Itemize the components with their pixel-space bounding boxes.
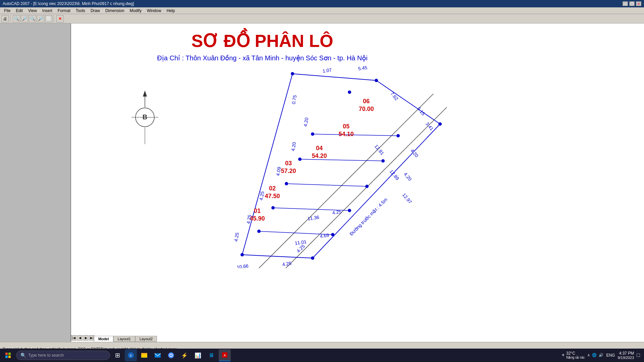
- menu-window[interactable]: Window: [144, 7, 164, 14]
- svg-text:A: A: [224, 354, 226, 357]
- svg-point-35: [438, 122, 442, 126]
- svg-text:4.25: 4.25: [282, 260, 292, 267]
- svg-line-19: [313, 134, 398, 136]
- menu-draw[interactable]: Draw: [88, 7, 103, 14]
- svg-text:4.20: 4.20: [290, 141, 297, 152]
- weather-widget[interactable]: ☀ 32°C Nắng rải rác: [561, 351, 585, 360]
- svg-line-18: [300, 159, 383, 161]
- tray-network[interactable]: 🌐: [592, 353, 597, 357]
- toolbar-btn-1[interactable]: 🖨: [1, 15, 9, 22]
- svg-point-40: [331, 233, 334, 236]
- svg-text:12.97: 12.97: [401, 192, 413, 204]
- toolbar-separator-1: [10, 15, 11, 22]
- nav-arrows: |◀ ◀ ▶ ▶|: [71, 335, 95, 341]
- svg-text:Đường trước mặt : 4.5m: Đường trước mặt : 4.5m: [348, 197, 388, 237]
- search-icon: 🔍: [20, 353, 26, 358]
- svg-text:0.75: 0.75: [291, 95, 298, 105]
- svg-text:4.20: 4.20: [410, 148, 420, 158]
- svg-line-8: [259, 94, 433, 268]
- svg-text:12.81: 12.81: [373, 143, 385, 156]
- svg-line-12: [242, 255, 313, 258]
- svg-text:4.69: 4.69: [320, 232, 329, 239]
- svg-text:Địa Chỉ : Thôn Xuân Đồng - xã : Địa Chỉ : Thôn Xuân Đồng - xã Tân Minh -…: [157, 54, 367, 62]
- toolbar-btn-close[interactable]: ✕: [56, 15, 64, 22]
- start-button[interactable]: [1, 349, 15, 362]
- toolbar-btn-4[interactable]: 🔍: [29, 15, 36, 22]
- menu-dimension[interactable]: Dimension: [103, 7, 127, 14]
- taskbar-autocad[interactable]: A: [219, 349, 231, 361]
- taskbar-app2[interactable]: 📊: [192, 349, 204, 361]
- nav-prev[interactable]: ◀: [77, 335, 83, 341]
- svg-point-80: [170, 354, 172, 356]
- title-bar-text: AutoCAD 2007 - [E:\cong viec 2023\2023\6…: [3, 1, 134, 6]
- svg-text:54.10: 54.10: [338, 131, 354, 137]
- taskbar-chrome[interactable]: [165, 349, 177, 361]
- svg-text:4.20: 4.20: [403, 171, 413, 182]
- taskbar-search[interactable]: 🔍 Type here to search: [16, 351, 110, 360]
- toolbar-btn-6[interactable]: ⬜: [45, 15, 52, 22]
- svg-text:54.20: 54.20: [312, 153, 327, 159]
- toolbar-btn-3[interactable]: 🔎: [21, 15, 28, 22]
- nav-next[interactable]: ▶: [83, 335, 89, 341]
- svg-line-11: [376, 80, 440, 124]
- notification-button[interactable]: □: [637, 352, 640, 358]
- menu-file[interactable]: File: [1, 7, 13, 14]
- tray-volume[interactable]: 🔊: [599, 353, 603, 357]
- svg-text:02: 02: [269, 185, 276, 192]
- svg-point-36: [396, 134, 400, 137]
- toolbar-btn-5[interactable]: 🔎: [37, 15, 44, 22]
- tray-expand[interactable]: ∧: [587, 353, 590, 357]
- drawing-canvas: SƠ ĐỒ PHÂN LÔ Địa Chỉ : Thôn Xuân Đồng -…: [78, 27, 447, 268]
- taskbar: 🔍 Type here to search ⊞ e ⚡ 📊 🖥: [0, 349, 644, 362]
- svg-line-17: [286, 184, 367, 186]
- task-view-button[interactable]: ⊞: [111, 349, 123, 361]
- menu-view[interactable]: View: [25, 7, 40, 14]
- svg-text:4.25: 4.25: [258, 191, 265, 201]
- clock[interactable]: 4:37 PM 9/19/2023: [618, 351, 634, 360]
- svg-rect-76: [141, 354, 147, 358]
- taskbar-explorer[interactable]: [138, 349, 150, 361]
- svg-text:7.62: 7.62: [389, 91, 399, 101]
- minimize-button[interactable]: —: [623, 1, 628, 6]
- close-button[interactable]: ✕: [636, 1, 641, 6]
- svg-text:SƠ ĐỒ PHÂN LÔ: SƠ ĐỒ PHÂN LÔ: [191, 28, 333, 51]
- svg-text:e: e: [130, 354, 132, 357]
- tab-layout1[interactable]: Layout1: [113, 336, 135, 342]
- svg-text:47.50: 47.50: [265, 193, 280, 199]
- svg-line-10: [292, 74, 376, 80]
- tab-layout2[interactable]: Layout2: [135, 336, 157, 342]
- svg-text:3.41: 3.41: [425, 121, 435, 131]
- taskbar-app1[interactable]: ⚡: [178, 349, 191, 361]
- svg-point-41: [311, 256, 314, 260]
- svg-text:5.45: 5.45: [358, 65, 368, 71]
- svg-text:57.20: 57.20: [281, 168, 296, 174]
- menu-tools[interactable]: Tools: [73, 7, 88, 14]
- title-bar: AutoCAD 2007 - [E:\cong viec 2023\2023\6…: [0, 0, 644, 7]
- menu-format[interactable]: Format: [55, 7, 73, 14]
- menu-edit[interactable]: Edit: [13, 7, 25, 14]
- nav-first[interactable]: |◀: [71, 335, 76, 341]
- temperature: 32°C: [566, 351, 585, 356]
- svg-marker-5: [143, 90, 147, 97]
- main-drawing-area[interactable]: SƠ ĐỒ PHÂN LÔ Địa Chỉ : Thôn Xuân Đồng -…: [70, 23, 644, 342]
- svg-text:05: 05: [343, 123, 350, 130]
- language-indicator[interactable]: ENG: [606, 353, 615, 358]
- svg-point-42: [240, 253, 244, 256]
- tab-model[interactable]: Model: [94, 336, 113, 342]
- svg-point-45: [285, 182, 288, 185]
- svg-text:70.00: 70.00: [359, 106, 374, 112]
- menu-insert[interactable]: Insert: [40, 7, 55, 14]
- menu-help[interactable]: Help: [164, 7, 178, 14]
- taskbar-edge[interactable]: e: [125, 349, 137, 361]
- restore-button[interactable]: ❐: [629, 1, 635, 6]
- search-placeholder: Type here to search: [28, 353, 64, 358]
- svg-text:11.36: 11.36: [307, 215, 320, 222]
- taskbar-app3[interactable]: 🖥: [205, 349, 217, 361]
- toolbar-btn-2[interactable]: 🔍: [13, 15, 20, 22]
- svg-line-14: [313, 124, 440, 258]
- left-panel: [0, 23, 70, 342]
- date-display: 9/19/2023: [618, 356, 634, 360]
- menu-modify[interactable]: Modify: [127, 7, 144, 14]
- svg-text:5.15: 5.15: [416, 106, 426, 116]
- taskbar-mail[interactable]: [152, 349, 164, 361]
